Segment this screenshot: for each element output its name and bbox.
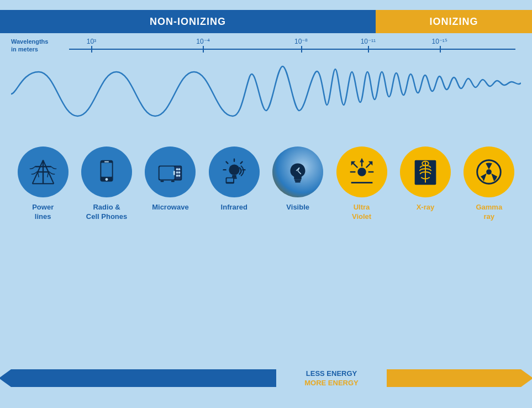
icon-circle-power-lines bbox=[18, 147, 69, 197]
nonionizing-banner: NON-IONIZING bbox=[0, 10, 376, 33]
svg-point-19 bbox=[176, 171, 178, 174]
icon-circle-radio-cell bbox=[81, 147, 132, 197]
visible-icon bbox=[282, 156, 314, 188]
ultraviolet-label: UltraViolet bbox=[352, 203, 371, 222]
less-energy-arrow bbox=[11, 369, 276, 387]
ionizing-label: IONIZING bbox=[430, 16, 478, 28]
svg-line-44 bbox=[353, 164, 357, 168]
icon-item-infrared: Infrared bbox=[204, 147, 264, 212]
xray-icon bbox=[409, 156, 441, 188]
icon-item-xray: X-ray bbox=[396, 147, 455, 212]
icon-circle-gamma bbox=[463, 147, 514, 197]
radio-cell-icon bbox=[91, 156, 123, 188]
less-energy-label: LESS ENERGY bbox=[306, 369, 357, 378]
wave-container bbox=[11, 61, 521, 127]
svg-rect-35 bbox=[227, 179, 233, 182]
microwave-label: Microwave bbox=[152, 203, 188, 212]
svg-point-12 bbox=[106, 178, 108, 181]
svg-point-20 bbox=[178, 171, 181, 174]
icon-circle-visible bbox=[272, 147, 323, 197]
icon-item-radio-cell: Radio &Cell Phones bbox=[77, 147, 136, 222]
icon-circle-xray bbox=[400, 147, 451, 197]
svg-rect-36 bbox=[294, 180, 301, 181]
svg-point-22 bbox=[178, 175, 181, 177]
scale-tick-0 bbox=[91, 46, 92, 53]
nonionizing-label: NON-IONIZING bbox=[150, 16, 226, 28]
svg-line-8 bbox=[38, 172, 39, 177]
svg-point-55 bbox=[486, 169, 492, 175]
svg-line-9 bbox=[47, 172, 48, 177]
svg-point-26 bbox=[229, 164, 239, 175]
scale-value-3: 10⁻¹¹ bbox=[361, 38, 376, 45]
microwave-icon bbox=[154, 156, 186, 188]
svg-rect-24 bbox=[161, 180, 164, 182]
gamma-icon bbox=[473, 156, 505, 188]
icon-item-gamma: Gammaray bbox=[459, 147, 519, 222]
visible-label: Visible bbox=[286, 203, 309, 212]
svg-rect-37 bbox=[295, 181, 301, 182]
more-energy-label: MORE ENERGY bbox=[304, 379, 359, 387]
icon-item-power-lines: Powerlines bbox=[13, 147, 73, 222]
scale-value-4: 10⁻¹⁵ bbox=[431, 38, 447, 45]
energy-labels: LESS ENERGY MORE ENERGY bbox=[276, 369, 387, 387]
scale-tick-4 bbox=[440, 46, 441, 53]
scale-value-2: 10⁻⁸ bbox=[294, 38, 308, 45]
power-lines-icon bbox=[27, 156, 59, 188]
scale-value-1: 10⁻⁴ bbox=[196, 38, 209, 45]
radio-cell-label: Radio &Cell Phones bbox=[86, 203, 127, 222]
svg-rect-25 bbox=[171, 180, 175, 182]
icon-circle-infrared bbox=[209, 147, 260, 197]
ultraviolet-icon bbox=[346, 156, 378, 188]
gamma-label: Gammaray bbox=[476, 203, 502, 222]
energy-row: LESS ENERGY MORE ENERGY bbox=[11, 369, 521, 387]
infrared-label: Infrared bbox=[221, 203, 247, 212]
icon-circle-ultraviolet bbox=[336, 147, 387, 197]
xray-label: X-ray bbox=[417, 203, 435, 212]
svg-line-30 bbox=[226, 162, 228, 164]
scale-tick-2 bbox=[301, 46, 302, 53]
more-energy-arrow bbox=[387, 369, 521, 387]
svg-point-21 bbox=[176, 175, 178, 177]
svg-rect-15 bbox=[160, 166, 175, 179]
wave-svg bbox=[11, 61, 521, 127]
scale-value-0: 10³ bbox=[87, 38, 96, 45]
ionizing-banner: IONIZING bbox=[376, 10, 532, 33]
scale-line bbox=[69, 49, 515, 50]
svg-rect-11 bbox=[101, 163, 112, 177]
wavelength-label: Wavelengths in meters bbox=[11, 38, 48, 54]
icon-item-microwave: Microwave bbox=[140, 147, 200, 212]
infrared-icon bbox=[218, 156, 250, 188]
svg-point-17 bbox=[176, 168, 178, 170]
scale-tick-3 bbox=[368, 46, 369, 53]
svg-point-18 bbox=[178, 168, 181, 170]
icons-row: Powerlines Radio &Cell Phones bbox=[11, 147, 521, 222]
svg-line-28 bbox=[240, 162, 242, 164]
svg-line-6 bbox=[38, 166, 40, 172]
scale-tick-1 bbox=[203, 46, 204, 53]
svg-rect-32 bbox=[232, 175, 236, 177]
icon-circle-microwave bbox=[145, 147, 196, 197]
icon-item-ultraviolet: UltraViolet bbox=[332, 147, 392, 222]
svg-line-46 bbox=[366, 164, 370, 168]
svg-point-41 bbox=[357, 168, 366, 176]
icon-item-visible: Visible bbox=[268, 147, 328, 212]
top-banner: NON-IONIZING IONIZING bbox=[0, 10, 532, 33]
svg-marker-43 bbox=[360, 158, 364, 163]
power-lines-label: Powerlines bbox=[32, 203, 54, 222]
svg-line-7 bbox=[46, 166, 49, 172]
svg-rect-23 bbox=[173, 171, 175, 175]
